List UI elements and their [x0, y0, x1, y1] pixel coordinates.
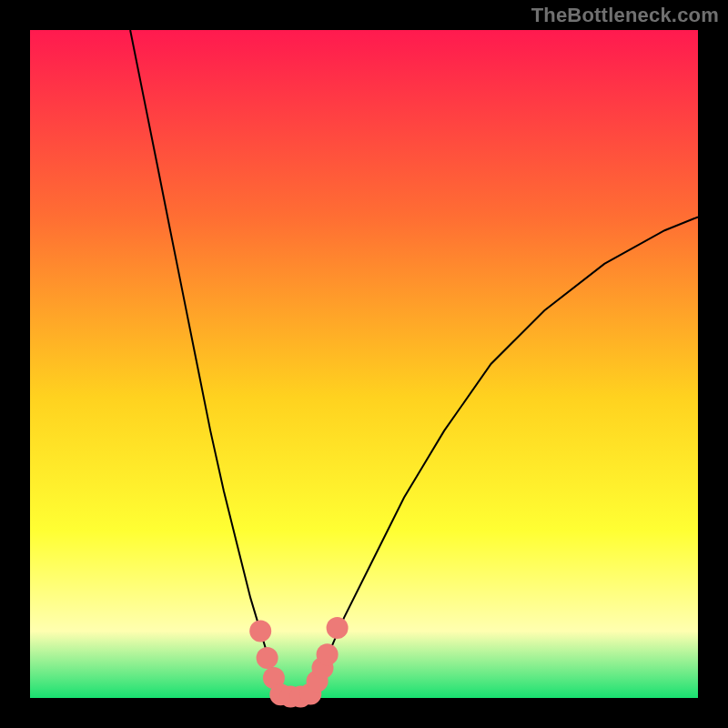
chart-frame: TheBottleneck.com [0, 0, 728, 728]
highlight-dot [327, 617, 349, 639]
bottleneck-chart [0, 0, 728, 728]
highlight-dot [249, 621, 271, 642]
highlight-dot [317, 643, 339, 665]
highlight-dot [257, 647, 278, 669]
watermark-text: TheBottleneck.com [531, 4, 719, 27]
plot-area [30, 30, 698, 698]
